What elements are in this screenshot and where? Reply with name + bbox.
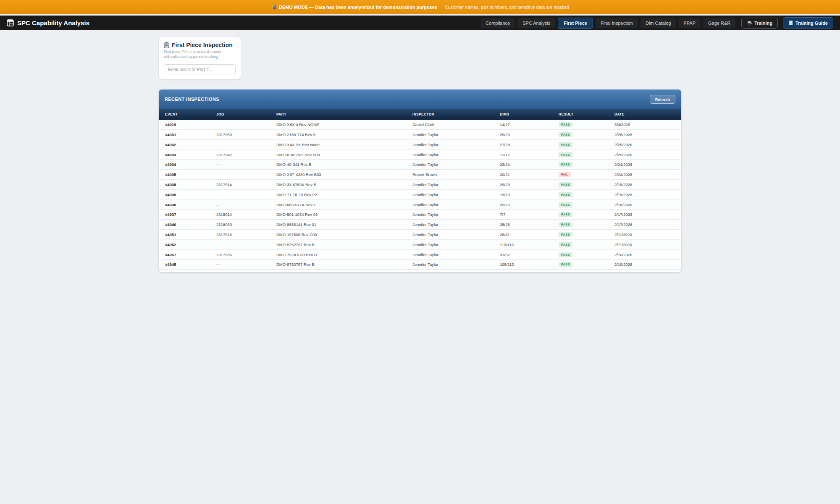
table-body: #4919 — DMO-X8X-4 Rev NONE Daniel Clark …: [159, 120, 681, 270]
table-row[interactable]: #4945 — DMO-9762797 Rev B Jennifer Taylo…: [159, 260, 681, 270]
demo-mode-message: DEMO MODE — Data has been anonymized for…: [271, 4, 437, 10]
event-id-cell[interactable]: #4939: [159, 189, 210, 200]
event-id-cell[interactable]: #4935: [159, 170, 210, 180]
date-cell: 2/24/2026: [608, 170, 681, 180]
part-cell: DMO-33-6789X Rev E: [270, 180, 406, 190]
inspector-cell: Jennifer Taylor: [406, 139, 494, 150]
inspector-cell: Jennifer Taylor: [406, 230, 494, 240]
job-cell: 2317916: [210, 230, 270, 240]
result-badge: PASS: [559, 122, 572, 127]
column-header-event: EVENT: [159, 109, 210, 120]
job-cell: 2317942: [210, 150, 270, 160]
result-badge: PASS: [559, 222, 572, 227]
table-row[interactable]: #4934 — DMO-40-341 Rev B Jennifer Taylor…: [159, 160, 681, 170]
part-cell: DMO-2180-774 Rev 5: [270, 130, 406, 140]
result-badge: PASS: [559, 232, 572, 237]
inspector-cell: Jennifer Taylor: [406, 260, 494, 270]
inspector-cell: Jennifer Taylor: [406, 239, 494, 249]
inspector-cell: Jennifer Taylor: [406, 130, 494, 140]
part-cell: DMO-752XX-80 Rev D: [270, 249, 406, 260]
table-row[interactable]: #4952 — DMO-9762797 Rev B Jennifer Taylo…: [159, 239, 681, 249]
nav-tab[interactable]: First Piece: [558, 18, 593, 29]
result-cell: PASS: [552, 249, 608, 260]
table-row[interactable]: #4935 — DMO-X97-X330 Rev B03 Robert Brow…: [159, 170, 681, 180]
demo-mode-subtitle: Customer names, part numbers, and sensit…: [445, 5, 569, 10]
inspector-cell: Jennifer Taylor: [406, 249, 494, 260]
table-row[interactable]: #4931 2317959 DMO-2180-774 Rev 5 Jennife…: [159, 130, 681, 140]
table-row[interactable]: #4940 2318030 DMO-8866141 Rev 01 Jennife…: [159, 220, 681, 230]
job-cell: 2318030: [210, 220, 270, 230]
event-id-cell[interactable]: #4932: [159, 139, 210, 150]
table-row[interactable]: #4938 2317914 DMO-33-6789X Rev E Jennife…: [159, 180, 681, 190]
date-cell: 2/19/2026: [608, 180, 681, 190]
event-id-cell[interactable]: #4933: [159, 150, 210, 160]
table-row[interactable]: #4939 — DMO-71-78-23 Rev P2 Jennifer Tay…: [159, 189, 681, 200]
table-row[interactable]: #4957 2317985 DMO-752XX-80 Rev D Jennife…: [159, 249, 681, 260]
dims-cell: 19/19: [494, 189, 552, 200]
event-id-cell[interactable]: #4931: [159, 130, 210, 140]
panel-title: RECENT INSPECTIONS: [165, 97, 219, 102]
result-badge: PASS: [559, 192, 572, 197]
date-cell: 2/25/2026: [608, 150, 681, 160]
result-cell: PASS: [552, 130, 608, 140]
result-cell: PASS: [552, 230, 608, 240]
event-id-cell[interactable]: #4957: [159, 249, 210, 260]
result-cell: PASS: [552, 200, 608, 210]
graduation-cap-icon: [747, 21, 752, 25]
dims-cell: 14/27: [494, 120, 552, 130]
inspector-cell: Jennifer Taylor: [406, 180, 494, 190]
table-row[interactable]: #4932 — DMO-X4X-2X Rev None Jennifer Tay…: [159, 139, 681, 150]
nav-tab[interactable]: Final Inspection: [596, 18, 638, 28]
inspector-cell: Jennifer Taylor: [406, 160, 494, 170]
job-cell: —: [210, 160, 270, 170]
table-row[interactable]: #4937 2318014 DMO-501-1034 Rev 03 Jennif…: [159, 210, 681, 220]
event-id-cell[interactable]: #4930: [159, 200, 210, 210]
job-cell: —: [210, 139, 270, 150]
inspector-cell: Jennifer Taylor: [406, 210, 494, 220]
event-id-cell[interactable]: #4919: [159, 120, 210, 130]
result-cell: PASS: [552, 160, 608, 170]
nav-tab[interactable]: Compliance: [480, 18, 515, 28]
training-button[interactable]: Training: [741, 18, 778, 29]
demo-mode-title: DEMO MODE — Data has been anonymized for…: [279, 5, 437, 10]
table-row[interactable]: #4933 2317942 DMO-8-X828-5 Rev B00 Jenni…: [159, 150, 681, 160]
event-id-cell[interactable]: #4937: [159, 210, 210, 220]
table-row[interactable]: #4930 — DMO-065-517X Rev F Jennifer Tayl…: [159, 200, 681, 210]
nav-tab[interactable]: PPAP: [678, 18, 701, 28]
training-guide-button[interactable]: Training Guide: [783, 17, 833, 29]
dims-cell: 25/26: [494, 200, 552, 210]
part-cell: DMO-197506 Rev C00: [270, 230, 406, 240]
table-row[interactable]: #4919 — DMO-X8X-4 Rev NONE Daniel Clark …: [159, 120, 681, 130]
event-id-cell[interactable]: #4951: [159, 230, 210, 240]
app-logo: SPC Capability Analysis: [7, 19, 89, 26]
result-cell: PASS: [552, 139, 608, 150]
inspector-cell: Jennifer Taylor: [406, 189, 494, 200]
nav-tab[interactable]: Gage R&R: [703, 18, 735, 28]
event-id-cell[interactable]: #4945: [159, 260, 210, 270]
job-part-search-input[interactable]: [164, 64, 236, 74]
part-cell: DMO-X8X-4 Rev NONE: [270, 120, 406, 130]
page-content: First Piece Inspection First piece, FAI,…: [159, 37, 681, 272]
event-id-cell[interactable]: #4938: [159, 180, 210, 190]
top-app-bar: SPC Capability Analysis Compliance SPC A…: [0, 16, 840, 30]
refresh-button[interactable]: Refresh: [650, 95, 675, 104]
event-id-cell[interactable]: #4952: [159, 239, 210, 249]
dims-cell: 113/113: [494, 239, 552, 249]
dims-cell: 29/29: [494, 130, 552, 140]
nav-tab[interactable]: SPC Analysis: [517, 18, 555, 28]
result-badge: PASS: [559, 262, 572, 267]
part-cell: DMO-9762797 Rev B: [270, 239, 406, 249]
date-cell: 2/10/2026: [608, 260, 681, 270]
table-row[interactable]: #4951 2317916 DMO-197506 Rev C00 Jennife…: [159, 230, 681, 240]
event-id-cell[interactable]: #4934: [159, 160, 210, 170]
column-header-dims: DIMS: [494, 109, 552, 120]
date-cell: 2/18/2026: [608, 200, 681, 210]
dims-cell: 25/25: [494, 220, 552, 230]
dims-cell: 27/28: [494, 139, 552, 150]
nav-items: Compliance SPC Analysis First Piece Fina…: [480, 18, 735, 29]
job-cell: —: [210, 120, 270, 130]
nav-tab[interactable]: Dim Catalog: [640, 18, 676, 28]
event-id-cell[interactable]: #4940: [159, 220, 210, 230]
date-cell: 3/4/2026: [608, 120, 681, 130]
table-header-row: EVENT JOB PART INSPECTOR DIMS RESULT DAT…: [159, 109, 681, 120]
